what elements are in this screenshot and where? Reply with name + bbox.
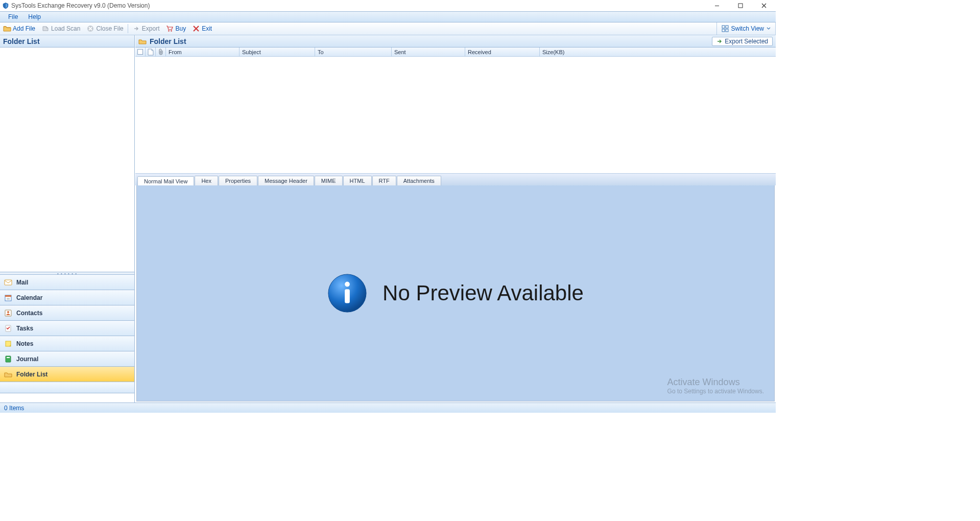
tab-hex[interactable]: Hex [195,176,218,185]
switch-view-button[interactable]: Switch View [716,22,776,35]
menu-file[interactable]: File [3,12,23,21]
nav-notes-label: Notes [16,340,33,347]
menu-help[interactable]: Help [23,12,46,21]
export-selected-button[interactable]: Export Selected [712,37,773,46]
nav-journal-label: Journal [16,356,38,363]
switch-view-icon [721,25,729,33]
col-to[interactable]: To [315,48,392,56]
col-attachment-icon[interactable] [156,48,166,56]
watermark-line1: Activate Windows [667,377,764,388]
nav-folder-list-label: Folder List [16,371,47,378]
close-file-icon [86,25,94,33]
col-size[interactable]: Size(KB) [540,48,776,56]
notes-icon [4,340,12,348]
col-item-icon[interactable] [146,48,156,56]
tab-properties[interactable]: Properties [219,176,257,185]
left-bottom-spacer [0,393,134,402]
contacts-icon [4,309,12,317]
cart-icon [165,25,174,33]
col-sent[interactable]: Sent [392,48,465,56]
exit-x-icon [192,25,200,33]
minimize-button[interactable] [705,0,729,11]
toolbar-separator [128,24,128,33]
preview-pane: No Preview Available Activate Windows Go… [136,185,775,401]
exit-button[interactable]: Exit [189,22,215,35]
svg-point-4 [171,30,172,31]
svg-point-15 [7,311,9,313]
dropdown-caret-icon [766,25,771,33]
nav-folder-list[interactable]: Folder List [0,367,134,382]
folder-list-header: Folder List [0,35,134,48]
tab-normal-mail-view[interactable]: Normal Mail View [137,176,194,186]
nav-contacts[interactable]: Contacts [0,305,134,321]
left-pane: Folder List • • • • • • Mail Calendar Co… [0,35,135,402]
export-arrow-icon [132,25,140,33]
activate-windows-watermark: Activate Windows Go to Settings to activ… [667,377,764,395]
window-title: SysTools Exchange Recovery v9.0 (Demo Ve… [11,2,150,9]
col-from[interactable]: From [166,48,240,56]
load-scan-button[interactable]: Load Scan [38,22,83,35]
svg-rect-6 [726,26,728,28]
nav-journal[interactable]: Journal [0,351,134,367]
status-bar: 0 Items [0,402,776,413]
tasks-icon [4,324,12,333]
col-subject[interactable]: Subject [240,48,315,56]
tab-html[interactable]: HTML [343,176,372,185]
menu-bar: File Help [0,11,776,22]
add-file-button[interactable]: Add File [0,22,38,35]
no-preview-text: No Preview Available [383,281,584,305]
buy-label: Buy [175,25,186,32]
grid-body[interactable] [135,57,776,173]
load-scan-label: Load Scan [51,25,80,32]
nav-mail-label: Mail [16,279,28,286]
nav-calendar-label: Calendar [16,294,42,301]
nav-mail[interactable]: Mail [0,275,134,290]
watermark-line2: Go to Settings to activate Windows. [667,388,764,395]
close-file-button[interactable]: Close File [83,22,126,35]
close-button[interactable] [752,0,776,11]
svg-rect-0 [715,6,719,6]
nav-notes[interactable]: Notes [0,336,134,351]
exit-label: Exit [202,25,212,32]
app-icon [2,2,9,9]
folder-open-icon [3,25,11,33]
folder-tree[interactable] [0,48,134,272]
mail-icon [4,278,12,287]
folder-list-icon [4,370,12,378]
mail-grid: From Subject To Sent Received Size(KB) [135,48,776,173]
status-item-count: 0 Items [4,405,24,412]
export-button[interactable]: Export [129,22,163,35]
buy-button[interactable]: Buy [162,22,189,35]
nav-tasks[interactable]: Tasks [0,321,134,336]
title-bar: SysTools Exchange Recovery v9.0 (Demo Ve… [0,0,776,11]
svg-rect-8 [726,29,728,32]
left-header-label: Folder List [3,37,40,45]
tab-rtf[interactable]: RTF [372,176,396,185]
tab-mime[interactable]: MIME [315,176,343,185]
nav-calendar[interactable]: Calendar [0,290,134,305]
content-header-label: Folder List [150,37,186,45]
col-received[interactable]: Received [465,48,540,56]
svg-rect-5 [722,26,725,28]
navigation-list: Mail Calendar Contacts Tasks Notes Journ… [0,275,134,382]
preview-tabs: Normal Mail View Hex Properties Message … [135,173,776,185]
info-icon [327,273,367,313]
svg-point-22 [345,282,350,287]
close-file-label: Close File [96,25,123,32]
nav-tasks-label: Tasks [16,325,33,332]
maximize-button[interactable] [729,0,752,11]
calendar-icon [4,294,12,302]
export-selected-label: Export Selected [725,38,768,45]
nav-contacts-label: Contacts [16,310,42,317]
col-checkbox[interactable] [135,48,146,56]
svg-rect-11 [5,295,11,297]
tab-message-header[interactable]: Message Header [258,176,314,185]
svg-rect-9 [5,280,12,285]
right-pane: Folder List Export Selected From Subject… [135,35,776,402]
switch-view-label: Switch View [731,25,764,32]
svg-point-3 [169,30,170,31]
tab-attachments[interactable]: Attachments [397,176,441,185]
svg-rect-7 [722,29,725,32]
svg-rect-18 [6,356,11,362]
load-scan-icon [41,25,50,33]
